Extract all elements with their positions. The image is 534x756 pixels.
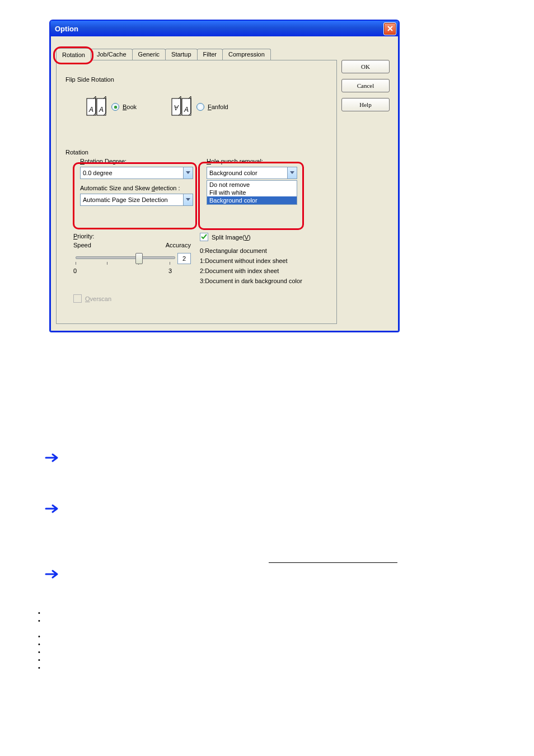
tab-generic[interactable]: Generic — [132, 49, 166, 60]
overscan-label: Overscan — [85, 295, 111, 302]
dialog-buttons: OK Cancel Help — [341, 60, 393, 117]
tab-rotation[interactable]: Rotation — [56, 48, 91, 60]
split-option-3: 3:Document in dark background color — [200, 276, 326, 286]
tab-filter[interactable]: Filter — [197, 49, 223, 60]
fanfold-label: Fanfold — [208, 104, 228, 110]
chevron-down-icon — [183, 194, 193, 205]
slider-tick — [170, 262, 170, 265]
tab-jobcache[interactable]: Job/Cache — [91, 49, 133, 60]
bullet-list: • • • • • • • — [38, 609, 40, 672]
cancel-button[interactable]: Cancel — [341, 79, 390, 92]
slider-thumb[interactable] — [135, 253, 143, 264]
rotation-right-column: Hole punch removal: Background color Do … — [207, 158, 313, 205]
list-item: • — [38, 609, 40, 617]
horizontal-rule — [269, 562, 397, 563]
chevron-down-icon — [183, 167, 193, 179]
priority-slider[interactable]: 2 0 3 — [73, 252, 191, 267]
rotation-left-column: Rotation Degree: 0.0 degree Automatic Si… — [80, 158, 198, 206]
arrow-icon — [45, 452, 62, 463]
list-item[interactable]: Background color — [207, 196, 297, 204]
list-item: • — [38, 640, 40, 648]
svg-text:A: A — [174, 104, 179, 111]
priority-min: 0 — [73, 267, 77, 274]
rotation-degree-combo[interactable]: 0.0 degree — [80, 167, 193, 179]
list-item: • — [38, 617, 40, 624]
close-button[interactable] — [383, 22, 396, 35]
priority-ends: Speed Accuracy — [73, 242, 191, 248]
slider-tick — [76, 262, 76, 265]
book-label: Book — [123, 104, 137, 110]
holepunch-label: Hole punch removal: — [207, 158, 313, 165]
client-area: Rotation Job/Cache Generic Startup Filte… — [53, 39, 396, 329]
overscan-checkbox-row: Overscan — [73, 294, 111, 303]
flip-side-section: Flip Side Rotation A A Book — [63, 66, 330, 130]
svg-text:A: A — [99, 106, 104, 114]
svg-text:A: A — [184, 106, 189, 114]
list-item: • — [38, 656, 40, 664]
fanfold-radio[interactable] — [196, 103, 204, 111]
flip-section-label: Flip Side Rotation — [65, 76, 114, 83]
slider-tick — [107, 262, 107, 265]
autosize-label: Automatic Size and Skew detection : — [80, 185, 198, 191]
holepunch-combo[interactable]: Background color — [207, 167, 297, 179]
list-item: • — [38, 664, 40, 672]
titlebar: Option — [50, 21, 399, 36]
priority-section: Priority: Speed Accuracy 2 0 3 — [73, 233, 191, 267]
svg-text:A: A — [88, 106, 93, 114]
priority-speed-label: Speed — [73, 242, 91, 248]
split-option-1: 1:Document without index sheet — [200, 256, 326, 266]
tab-strip: Rotation Job/Cache Generic Startup Filte… — [56, 49, 270, 60]
chevron-down-icon — [287, 167, 297, 179]
split-image-label: Split Image(V) — [212, 234, 251, 241]
list-item: • — [38, 632, 40, 640]
split-image-options: 0:Rectangular document 1:Document withou… — [200, 246, 326, 286]
priority-value: 2 — [177, 253, 191, 264]
book-icon: A A — [86, 95, 108, 119]
overscan-checkbox — [73, 294, 82, 303]
split-image-section: Split Image(V) 0:Rectangular document 1:… — [200, 233, 326, 286]
priority-max: 3 — [168, 267, 172, 274]
help-button[interactable]: Help — [341, 98, 390, 111]
tab-startup[interactable]: Startup — [165, 49, 197, 60]
fanfold-icon: A A — [171, 95, 193, 119]
split-option-2: 2:Document with index sheet — [200, 266, 326, 276]
window-title: Option — [55, 25, 383, 33]
rotation-section-label: Rotation — [65, 149, 88, 156]
book-radio[interactable] — [111, 103, 119, 111]
book-option[interactable]: A A Book — [86, 95, 137, 119]
ok-button[interactable]: OK — [341, 60, 390, 73]
split-image-checkbox-row[interactable]: Split Image(V) — [200, 233, 326, 241]
holepunch-listbox[interactable]: Do not remove Fill with white Background… — [207, 180, 297, 205]
rotation-degree-label: Rotation Degree: — [80, 158, 198, 165]
slider-track — [76, 256, 175, 259]
list-item[interactable]: Do not remove — [207, 181, 297, 189]
option-dialog: Option Rotation Job/Cache Generic Startu… — [49, 20, 400, 332]
split-image-checkbox[interactable] — [200, 233, 208, 241]
split-option-0: 0:Rectangular document — [200, 246, 326, 256]
autosize-combo[interactable]: Automatic Page Size Detection — [80, 194, 193, 206]
tab-compression[interactable]: Compression — [222, 49, 271, 60]
priority-label: Priority: — [73, 233, 191, 240]
fanfold-option[interactable]: A A Fanfold — [171, 95, 228, 119]
priority-accuracy-label: Accuracy — [166, 242, 191, 248]
list-item: • — [38, 648, 40, 656]
arrow-icon — [45, 503, 62, 514]
arrow-icon — [45, 569, 62, 580]
rotation-page: Flip Side Rotation A A Book — [56, 60, 337, 324]
list-item[interactable]: Fill with white — [207, 189, 297, 196]
